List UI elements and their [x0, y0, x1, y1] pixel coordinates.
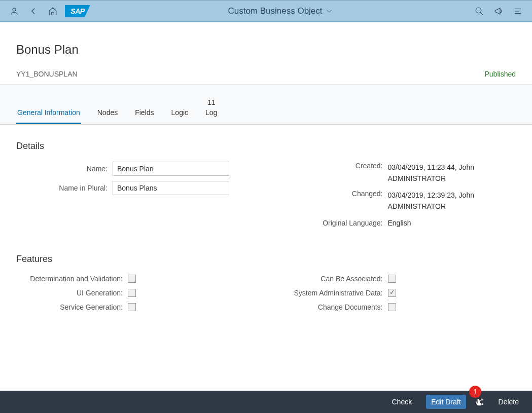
svg-point-8 [481, 403, 483, 405]
object-sub-row: YY1_BONUSPLAN Published [16, 70, 516, 78]
tab-label: General Information [17, 108, 80, 117]
value-changed: 03/04/2019, 12:39:23, John ADMINISTRATOR [388, 190, 516, 212]
shell-left: SAP [5, 2, 90, 20]
checkbox-svc-gen[interactable] [128, 303, 136, 311]
svg-line-10 [478, 402, 481, 404]
footer-toolbar: Check Edit Draft Delete [0, 391, 532, 413]
section-details: Details Name: Name in Plural: Created: 0… [16, 141, 516, 234]
svg-line-9 [478, 400, 481, 401]
features-right: Can Be Associated: System Administrative… [276, 275, 516, 317]
announcement-icon[interactable] [489, 2, 508, 20]
tab-general-information[interactable]: General Information [16, 85, 81, 124]
label-created: Created: [276, 162, 388, 170]
page-title: Bonus Plan [16, 43, 516, 57]
svg-point-0 [13, 8, 16, 11]
shell-header: SAP Custom Business Object [0, 0, 532, 22]
plural-field[interactable] [113, 181, 229, 195]
value-orig-lang: English [388, 217, 516, 229]
home-icon[interactable] [44, 2, 62, 20]
label-ui-gen: UI Generation: [16, 289, 128, 297]
features-left: Determination and Validation: UI Generat… [16, 275, 256, 317]
label-svc-gen: Service Generation: [16, 303, 128, 311]
chevron-down-icon [326, 8, 333, 15]
feat-row-svc-gen: Service Generation: [16, 303, 256, 311]
svg-line-2 [480, 12, 483, 15]
shell-title-text: Custom Business Object [228, 6, 322, 16]
name-field[interactable] [113, 162, 229, 176]
checkbox-chg-docs[interactable] [388, 303, 396, 311]
svg-point-7 [481, 399, 483, 400]
shell-title[interactable]: Custom Business Object [90, 6, 470, 16]
user-icon[interactable] [5, 2, 23, 20]
delete-button[interactable]: Delete [493, 395, 524, 409]
svg-point-6 [477, 401, 478, 403]
features-grid: Determination and Validation: UI Generat… [16, 275, 516, 317]
content: Details Name: Name in Plural: Created: 0… [0, 125, 532, 354]
tab-count: 11 [207, 98, 216, 106]
label-orig-lang: Original Language: [276, 219, 388, 227]
details-right: Created: 03/04/2019, 11:23:44, John ADMI… [276, 162, 516, 234]
section-title: Details [16, 141, 516, 152]
tab-label: Log [205, 108, 217, 117]
label-changed: Changed: [276, 190, 388, 198]
form-row-plural: Name in Plural: [16, 181, 256, 195]
form-row-name: Name: [16, 162, 256, 176]
label-sys-admin: System Administrative Data: [276, 289, 388, 297]
search-icon[interactable] [470, 2, 488, 20]
svg-point-1 [476, 8, 481, 13]
checkbox-can-assoc[interactable] [388, 275, 396, 283]
menu-icon[interactable] [509, 2, 527, 20]
tab-logic[interactable]: Logic [170, 85, 189, 124]
status-badge: Published [485, 70, 516, 78]
back-icon[interactable] [24, 2, 43, 20]
feat-row-det-val: Determination and Validation: [16, 275, 256, 283]
label-name: Name: [16, 165, 113, 173]
feat-row-sys-admin: System Administrative Data: [276, 289, 516, 297]
feat-row-chg-docs: Change Documents: [276, 303, 516, 311]
label-can-assoc: Can Be Associated: [276, 275, 388, 283]
shell-right [470, 2, 527, 20]
details-left: Name: Name in Plural: [16, 162, 256, 234]
section-title: Features [16, 254, 516, 265]
checkbox-det-val[interactable] [128, 275, 136, 283]
tab-fields[interactable]: Fields [134, 85, 155, 124]
tab-label: Logic [171, 108, 188, 117]
tab-label: Nodes [97, 108, 118, 117]
check-button[interactable]: Check [386, 395, 417, 409]
anchor-bar: General Information Nodes Fields Logic 1… [0, 84, 532, 125]
label-chg-docs: Change Documents: [276, 303, 388, 311]
form-row-created: Created: 03/04/2019, 11:23:44, John ADMI… [276, 162, 516, 184]
form-row-orig-lang: Original Language: English [276, 217, 516, 229]
checkbox-sys-admin[interactable] [388, 289, 396, 297]
label-plural: Name in Plural: [16, 184, 113, 192]
notification-badge: 1 [469, 386, 481, 398]
edit-draft-button[interactable]: Edit Draft [426, 395, 466, 409]
object-header: Bonus Plan YY1_BONUSPLAN Published [0, 22, 532, 84]
share-icon[interactable] [475, 397, 484, 406]
label-det-val: Determination and Validation: [16, 275, 128, 283]
feat-row-can-assoc: Can Be Associated: [276, 275, 516, 283]
value-created: 03/04/2019, 11:23:44, John ADMINISTRATOR [388, 162, 516, 184]
section-features: Features Determination and Validation: U… [16, 254, 516, 317]
tab-nodes[interactable]: Nodes [96, 85, 119, 124]
form-row-changed: Changed: 03/04/2019, 12:39:23, John ADMI… [276, 190, 516, 212]
tab-label: Fields [135, 108, 154, 117]
checkbox-ui-gen[interactable] [128, 289, 136, 297]
tab-log[interactable]: 11 Log [204, 85, 218, 124]
technical-id: YY1_BONUSPLAN [16, 70, 78, 78]
feat-row-ui-gen: UI Generation: [16, 289, 256, 297]
details-grid: Name: Name in Plural: Created: 03/04/201… [16, 162, 516, 234]
sap-logo: SAP [65, 5, 90, 17]
